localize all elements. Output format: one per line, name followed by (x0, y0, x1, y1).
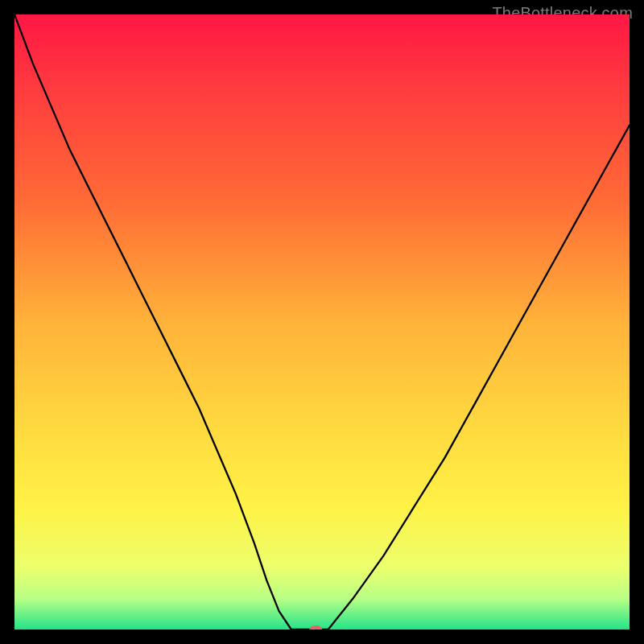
gradient-background (14, 14, 630, 630)
chart-frame: TheBottleneck.com (0, 0, 644, 644)
bottleneck-chart (14, 14, 630, 630)
